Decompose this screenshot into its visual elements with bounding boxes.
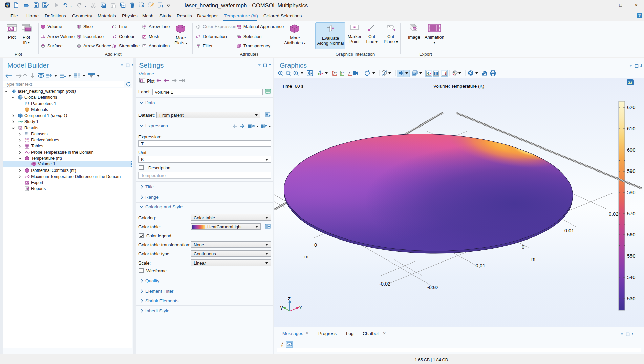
svg-text:xy: xy: [334, 70, 337, 74]
svg-text:0: 0: [522, 244, 524, 250]
svg-text:Volume: Temperature (K): Volume: Temperature (K): [433, 84, 484, 89]
svg-text:0: 0: [314, 242, 317, 248]
svg-text:8.85: 8.85: [25, 138, 29, 140]
svg-text:0.01: 0.01: [564, 228, 574, 233]
svg-text:-0.01: -0.01: [474, 263, 485, 268]
svg-text:580: 580: [627, 190, 635, 195]
svg-text:m: m: [531, 256, 535, 262]
svg-text:y: y: [280, 305, 283, 310]
svg-text:x: x: [299, 305, 302, 310]
svg-text:P: P: [25, 101, 27, 106]
svg-text:xz: xz: [349, 70, 352, 74]
svg-text:z: z: [288, 296, 291, 301]
svg-text:-0.02: -0.02: [379, 281, 390, 287]
svg-text:600: 600: [627, 147, 635, 153]
svg-text:570: 570: [627, 211, 635, 217]
svg-text:590: 590: [627, 168, 635, 174]
svg-text:0.02: 0.02: [609, 211, 618, 217]
svg-text:-0.02: -0.02: [427, 285, 438, 290]
svg-text:550: 550: [627, 253, 635, 259]
svg-text:e-12: e-12: [25, 140, 29, 143]
svg-text:530: 530: [627, 296, 635, 301]
svg-text:620: 620: [627, 105, 635, 110]
svg-text:540: 540: [627, 275, 635, 280]
svg-text:yz: yz: [341, 70, 344, 74]
svg-text:560: 560: [627, 232, 635, 237]
svg-text:m: m: [304, 254, 308, 259]
svg-text:610: 610: [627, 126, 635, 131]
svg-text:Time=60 s: Time=60 s: [282, 84, 303, 89]
